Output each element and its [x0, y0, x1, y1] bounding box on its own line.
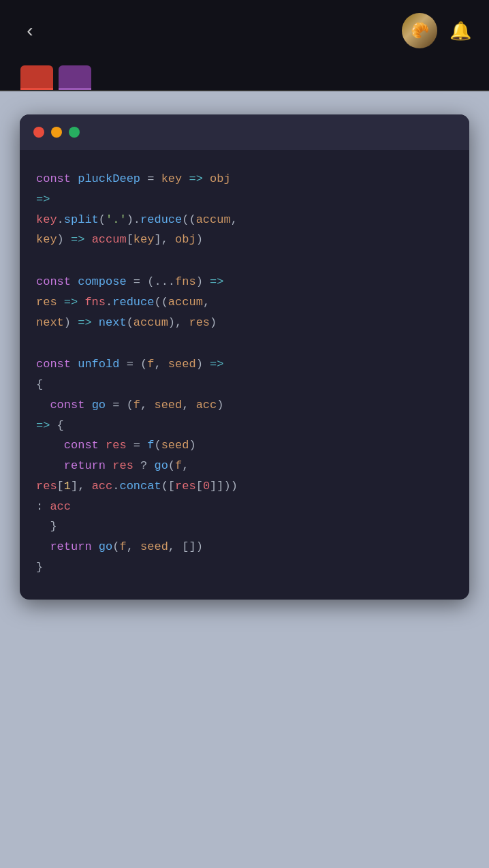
code-line: { — [36, 375, 453, 395]
code-card: const pluckDeep = key => obj => key.spli… — [20, 114, 469, 600]
dot-red — [33, 127, 44, 138]
code-line: return go(f, seed, []) — [36, 537, 453, 557]
dot-yellow — [51, 127, 62, 138]
code-line: } — [36, 557, 453, 578]
code-line: : acc — [36, 497, 453, 517]
tab-1[interactable] — [20, 65, 53, 90]
code-body: const pluckDeep = key => obj => key.spli… — [20, 150, 469, 600]
avatar[interactable] — [402, 13, 437, 48]
code-block-compose: const compose = (...fns) => res => fns.r… — [36, 272, 453, 332]
code-line: const go = (f, seed, acc) — [36, 395, 453, 416]
top-right-controls: 🔔 — [402, 13, 473, 48]
code-block-pluckdeep: const pluckDeep = key => obj => key.spli… — [36, 169, 453, 250]
code-line: => { — [36, 416, 453, 436]
code-block-unfold: const unfold = (f, seed) => { const go =… — [36, 354, 453, 577]
code-line: const compose = (...fns) => — [36, 272, 453, 292]
code-line: const unfold = (f, seed) => — [36, 354, 453, 375]
code-line: const pluckDeep = key => obj — [36, 169, 453, 189]
code-line: return res ? go(f, — [36, 456, 453, 476]
code-line: next) => next(accum), res) — [36, 313, 453, 333]
back-button[interactable]: ‹ — [16, 17, 44, 44]
code-header — [20, 114, 469, 150]
tab-bar — [0, 61, 489, 91]
bell-icon[interactable]: 🔔 — [448, 18, 473, 43]
code-line: res[1], acc.concat([res[0]])) — [36, 476, 453, 497]
code-line: } — [36, 516, 453, 537]
code-line: const res = f(seed) — [36, 435, 453, 456]
code-line: key) => accum[key], obj) — [36, 230, 453, 250]
tab-2[interactable] — [59, 65, 91, 90]
code-line: key.split('.').reduce((accum, — [36, 210, 453, 230]
main-area: const pluckDeep = key => obj => key.spli… — [0, 91, 489, 868]
code-line: => — [36, 189, 453, 210]
code-line: res => fns.reduce((accum, — [36, 292, 453, 313]
top-bar: ‹ 🔔 — [0, 0, 489, 61]
dot-green — [69, 127, 80, 138]
